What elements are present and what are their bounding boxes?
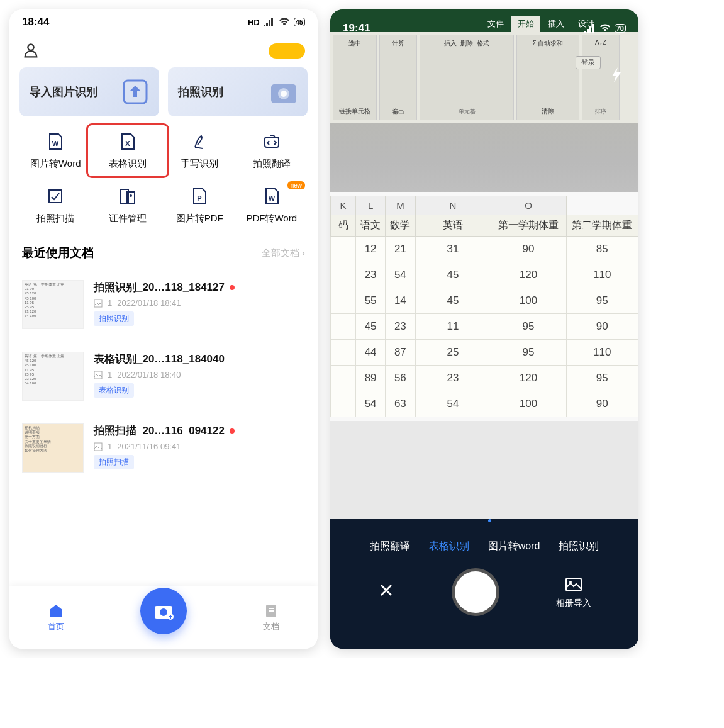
tool-label: 拍照翻译 [253,158,291,170]
table-row: 44872595110 [331,340,638,366]
header-cell: 第一学期体重 [491,215,566,237]
new-badge: new [287,181,305,189]
doc-item[interactable]: 英语 第一学期体重 比第一45 12045 10011 9525 9523 12… [9,340,318,412]
doc-thumbnail: 英语 第一学期体重 比第一45 12045 10011 9525 9523 12… [22,352,84,401]
svg-text:X: X [125,140,130,147]
hero-import-label: 导入图片识别 [30,84,97,99]
status-icons: HD 45 [248,18,305,27]
status-time: 18:44 [22,16,49,28]
vip-pill[interactable] [269,43,305,59]
gallery-icon [564,575,583,594]
shutter-button[interactable] [452,568,499,616]
unread-dot-icon [230,428,235,434]
phone-camera-screen: 19:41 70 文件 开始 插入 设计 选中 链接单元格 计算 [330,9,638,649]
camera-plus-icon [152,600,175,622]
nav-docs[interactable]: 文档 [263,603,279,632]
status-bar: 18:44 HD 45 [9,9,318,35]
wifi-icon [599,24,611,33]
doc-title: 拍照扫描_20…116_094122 [94,423,225,438]
spreadsheet: K L M N O 码 语文 数学 英语 第一学期体重 第二学期体重 12213… [330,192,638,421]
tool-photo-translate[interactable]: 拍照翻译 [236,132,308,170]
doc-date: 2021/11/16 09:41 [117,442,181,451]
close-icon [377,581,395,599]
doc-thumbnail: 英语 第一学期体重 比第一31 9045 12045 10011 9525 95… [22,280,84,329]
header-cell: 英语 [415,215,491,237]
recent-more-link[interactable]: 全部文档 › [262,247,305,259]
nav-home-label: 首页 [48,621,64,632]
doc-date: 2022/01/18 18:40 [117,370,181,379]
signal-icon [584,24,596,33]
image-count-icon [94,299,103,308]
table-row: 1221319085 [331,237,638,262]
pdf-icon: P [190,187,209,206]
flash-icon[interactable] [608,66,626,84]
col-letter: L [356,196,386,215]
login-button: 登录 [576,56,601,69]
tool-label: 表格识别 [109,158,147,170]
hero-import-button[interactable]: 导入图片识别 [19,67,159,116]
album-label: 相册导入 [556,598,591,609]
nav-docs-label: 文档 [263,621,279,632]
signal-icon [264,18,275,26]
camera-viewfinder: 19:41 70 文件 开始 插入 设计 选中 链接单元格 计算 [330,9,638,519]
col-letter: N [415,196,491,215]
svg-point-3 [281,91,287,97]
tool-table-recognition[interactable]: X 表格识别 [89,126,167,175]
nav-home[interactable]: 首页 [48,603,64,632]
mode-translate[interactable]: 拍照翻译 [370,540,410,553]
svg-point-17 [160,608,167,616]
mode-ocr[interactable]: 拍照识别 [559,540,599,553]
wifi-icon [279,18,290,26]
close-button[interactable] [377,581,395,603]
col-letter: O [491,196,566,215]
tool-label: 拍照扫描 [36,213,74,225]
album-import-button[interactable]: 相册导入 [556,575,591,609]
svg-text:W: W [269,194,276,202]
table-row: 235445120110 [331,262,638,288]
hd-icon: HD [248,18,260,27]
pdf2word-icon: W [262,187,281,206]
camera-modes[interactable]: 拍照翻译 表格识别 图片转word 拍照识别 [330,526,638,553]
recent-title: 最近使用文档 [22,245,94,261]
docs-icon [263,603,279,619]
phone-home-screen: 18:44 HD 45 导入图片识别 拍照识别 W 图片转Word X 表格识别 [9,9,318,649]
col-letter: M [386,196,415,215]
svg-point-10 [130,194,132,197]
unread-dot-icon [230,285,235,290]
tool-image-to-word[interactable]: W 图片转Word [19,132,92,170]
tool-image-to-pdf[interactable]: P 图片转PDF [164,186,236,225]
table-row: 89562312095 [331,366,638,391]
home-icon [48,603,64,619]
word-icon: W [46,132,65,151]
hero-camera-button[interactable]: 拍照识别 [168,67,308,116]
header-cell: 语文 [356,215,386,237]
doc-item[interactable]: 相机扫描说明事项第一方面关于重要的事情按照说明进行如何操作方法 拍照扫描_20…… [9,412,318,484]
svg-rect-14 [94,371,102,379]
header-cell: 数学 [386,215,415,237]
mode-word[interactable]: 图片转word [488,540,540,553]
tool-handwriting[interactable]: 手写识别 [164,132,236,170]
doc-tag: 表格识别 [94,383,134,398]
idcard-icon [118,187,137,206]
doc-count: 1 [108,370,112,379]
user-icon[interactable] [22,42,40,60]
status-icons: 70 [584,24,626,33]
doc-item[interactable]: 英语 第一学期体重 比第一31 9045 12045 10011 9525 95… [9,269,318,340]
doc-thumbnail: 相机扫描说明事项第一方面关于重要的事情按照说明进行如何操作方法 [22,423,84,473]
tool-id-card[interactable]: 证件管理 [92,186,164,225]
status-time: 19:41 [343,22,370,35]
tool-pdf-to-word[interactable]: new W PDF转Word [236,186,308,225]
translate-icon [262,132,281,151]
header-cell: 第二学期体重 [566,215,638,237]
fab-camera[interactable] [140,588,187,634]
doc-title: 拍照识别_20…118_184127 [94,280,225,294]
scan-icon [46,187,65,206]
doc-title: 表格识别_20…118_184040 [94,352,225,366]
tool-photo-scan[interactable]: 拍照扫描 [19,186,92,225]
mode-table[interactable]: 表格识别 [429,540,469,553]
app-header [9,35,318,67]
svg-rect-7 [49,190,62,203]
svg-rect-13 [94,300,102,307]
table-row: 4523119590 [331,314,638,340]
camera-controls: 拍照翻译 表格识别 图片转word 拍照识别 相册导入 [330,519,638,649]
